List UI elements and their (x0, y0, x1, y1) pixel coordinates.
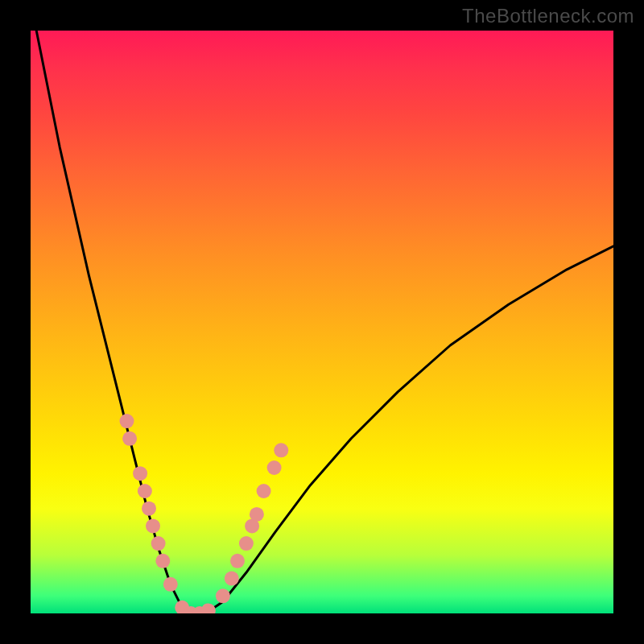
data-marker (146, 518, 160, 533)
data-marker (230, 554, 245, 568)
data-marker (267, 460, 282, 475)
bottleneck-curve (31, 31, 613, 613)
plot-area (31, 31, 613, 613)
data-marker (239, 536, 254, 551)
data-marker (257, 484, 271, 498)
data-marker (201, 603, 216, 613)
data-marker (120, 414, 134, 428)
data-marker (225, 572, 239, 586)
data-marker (122, 431, 137, 446)
watermark-text: TheBottleneck.com (462, 5, 634, 27)
data-marker (250, 507, 264, 522)
data-marker (151, 536, 166, 551)
data-marker (133, 466, 147, 481)
data-marker (155, 554, 170, 568)
data-marker (274, 443, 288, 457)
data-marker (138, 484, 152, 498)
data-marker (142, 502, 156, 516)
chart-frame: TheBottleneck.com (0, 0, 644, 644)
data-marker (163, 577, 178, 592)
data-marker (216, 588, 230, 603)
